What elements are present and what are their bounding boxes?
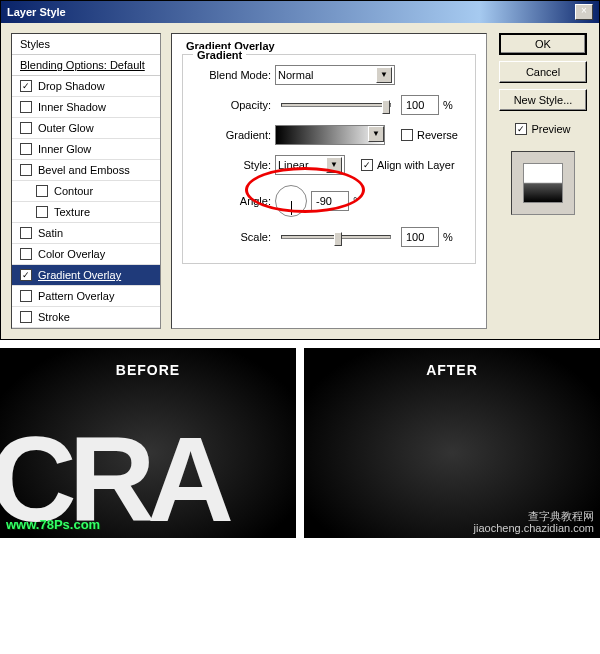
- chevron-down-icon: ▼: [326, 157, 342, 173]
- preview-thumbnail-box: [511, 151, 575, 215]
- opacity-label: Opacity:: [197, 99, 271, 111]
- style-item-stroke[interactable]: Stroke: [12, 307, 160, 328]
- reverse-label: Reverse: [417, 129, 458, 141]
- comparison-area: BEFORE CRA www.78Ps.com AFTER CRA 查字典教程网…: [0, 340, 600, 540]
- gradient-picker[interactable]: ▼: [275, 125, 385, 145]
- style-item-contour[interactable]: Contour: [12, 181, 160, 202]
- scale-unit: %: [443, 231, 453, 243]
- style-label: Style:: [197, 159, 271, 171]
- watermark-right: 查字典教程网 jiaocheng.chazidian.com: [474, 510, 594, 534]
- styles-header[interactable]: Styles: [12, 34, 160, 55]
- ok-button[interactable]: OK: [499, 33, 587, 55]
- preview-swatch: [523, 163, 563, 203]
- blend-mode-select[interactable]: Normal ▼: [275, 65, 395, 85]
- style-item-gradient-overlay[interactable]: Gradient Overlay: [12, 265, 160, 286]
- window-title: Layer Style: [7, 6, 66, 18]
- style-value: Linear: [278, 159, 309, 171]
- style-checkbox[interactable]: [20, 290, 32, 302]
- scale-row: Scale: %: [197, 227, 461, 247]
- style-checkbox[interactable]: [20, 311, 32, 323]
- style-label: Texture: [54, 206, 90, 218]
- scale-input[interactable]: [401, 227, 439, 247]
- angle-unit: °: [353, 195, 357, 207]
- right-button-panel: OK Cancel New Style... Preview: [497, 33, 589, 329]
- style-label: Inner Glow: [38, 143, 91, 155]
- style-label: Contour: [54, 185, 93, 197]
- style-label: Pattern Overlay: [38, 290, 114, 302]
- style-checkbox[interactable]: [20, 227, 32, 239]
- align-label: Align with Layer: [377, 159, 455, 171]
- close-button[interactable]: ×: [575, 4, 593, 20]
- styles-list-panel: Styles Blending Options: Default Drop Sh…: [11, 33, 161, 329]
- style-label: Bevel and Emboss: [38, 164, 130, 176]
- style-checkbox[interactable]: [20, 101, 32, 113]
- watermark-left: www.78Ps.com: [6, 517, 100, 532]
- style-item-inner-glow[interactable]: Inner Glow: [12, 139, 160, 160]
- style-label: Satin: [38, 227, 63, 239]
- opacity-row: Opacity: %: [197, 95, 461, 115]
- style-label: Outer Glow: [38, 122, 94, 134]
- style-label: Inner Shadow: [38, 101, 106, 113]
- style-checkbox[interactable]: [36, 206, 48, 218]
- style-item-texture[interactable]: Texture: [12, 202, 160, 223]
- angle-input[interactable]: [311, 191, 349, 211]
- preview-toggle[interactable]: Preview: [515, 123, 570, 135]
- style-item-inner-shadow[interactable]: Inner Shadow: [12, 97, 160, 118]
- style-row: Style: Linear ▼ Align with Layer: [197, 155, 461, 175]
- style-item-outer-glow[interactable]: Outer Glow: [12, 118, 160, 139]
- opacity-slider[interactable]: [281, 103, 391, 107]
- new-style-button[interactable]: New Style...: [499, 89, 587, 111]
- scale-label: Scale:: [197, 231, 271, 243]
- dialog-body: Styles Blending Options: Default Drop Sh…: [1, 23, 599, 339]
- titlebar: Layer Style ×: [1, 1, 599, 23]
- style-checkbox[interactable]: [20, 143, 32, 155]
- style-label: Drop Shadow: [38, 80, 105, 92]
- preview-label: Preview: [531, 123, 570, 135]
- opacity-input[interactable]: [401, 95, 439, 115]
- chevron-down-icon: ▼: [376, 67, 392, 83]
- gradient-fieldset: Gradient Blend Mode: Normal ▼ Opacity: %: [182, 54, 476, 264]
- align-checkbox[interactable]: [361, 159, 373, 171]
- style-label: Color Overlay: [38, 248, 105, 260]
- blend-mode-label: Blend Mode:: [197, 69, 271, 81]
- style-item-drop-shadow[interactable]: Drop Shadow: [12, 76, 160, 97]
- style-item-satin[interactable]: Satin: [12, 223, 160, 244]
- after-preview: AFTER CRA 查字典教程网 jiaocheng.chazidian.com: [304, 348, 600, 538]
- after-label: AFTER: [304, 348, 600, 378]
- angle-dial[interactable]: [275, 185, 307, 217]
- fieldset-label: Gradient: [193, 49, 246, 61]
- scale-slider[interactable]: [281, 235, 391, 239]
- blending-options-item[interactable]: Blending Options: Default: [12, 55, 160, 76]
- gradient-row: Gradient: ▼ Reverse: [197, 125, 461, 145]
- cancel-button[interactable]: Cancel: [499, 61, 587, 83]
- style-checkbox[interactable]: [20, 164, 32, 176]
- style-label: Stroke: [38, 311, 70, 323]
- settings-panel: Gradient Overlay Gradient Blend Mode: No…: [171, 33, 487, 329]
- style-label: Gradient Overlay: [38, 269, 121, 281]
- style-item-pattern-overlay[interactable]: Pattern Overlay: [12, 286, 160, 307]
- style-checkbox[interactable]: [20, 248, 32, 260]
- style-checkbox[interactable]: [20, 269, 32, 281]
- chevron-down-icon: ▼: [368, 126, 384, 142]
- blend-mode-row: Blend Mode: Normal ▼: [197, 65, 461, 85]
- blend-mode-value: Normal: [278, 69, 313, 81]
- style-checkbox[interactable]: [20, 122, 32, 134]
- angle-row: Angle: °: [197, 185, 461, 217]
- gradient-label: Gradient:: [197, 129, 271, 141]
- opacity-unit: %: [443, 99, 453, 111]
- style-item-color-overlay[interactable]: Color Overlay: [12, 244, 160, 265]
- style-checkbox[interactable]: [36, 185, 48, 197]
- style-checkbox[interactable]: [20, 80, 32, 92]
- before-preview: BEFORE CRA www.78Ps.com: [0, 348, 296, 538]
- layer-style-dialog: Layer Style × Styles Blending Options: D…: [0, 0, 600, 340]
- style-select[interactable]: Linear ▼: [275, 155, 345, 175]
- before-label: BEFORE: [0, 348, 296, 378]
- reverse-checkbox[interactable]: [401, 129, 413, 141]
- angle-label: Angle:: [197, 195, 271, 207]
- preview-checkbox[interactable]: [515, 123, 527, 135]
- style-item-bevel-and-emboss[interactable]: Bevel and Emboss: [12, 160, 160, 181]
